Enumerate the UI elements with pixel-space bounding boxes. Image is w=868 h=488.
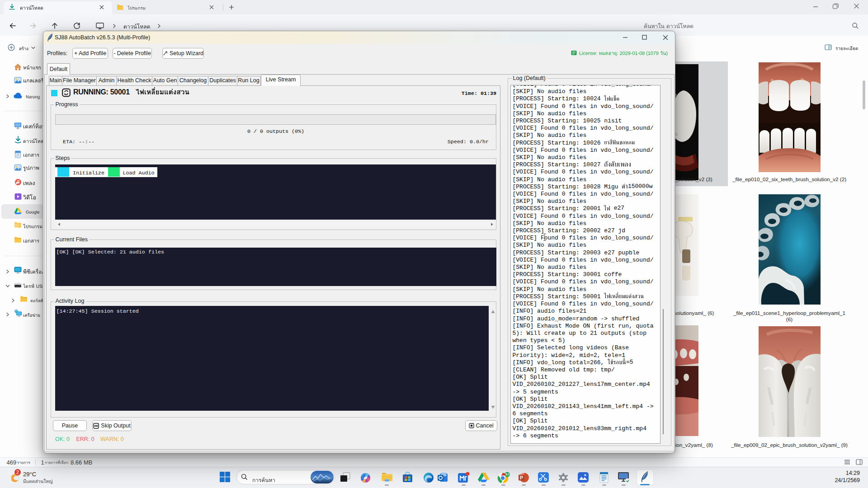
svg-text:SJ: SJ	[505, 473, 509, 476]
svg-text:P: P	[520, 475, 523, 480]
svg-text:2: 2	[16, 469, 19, 475]
